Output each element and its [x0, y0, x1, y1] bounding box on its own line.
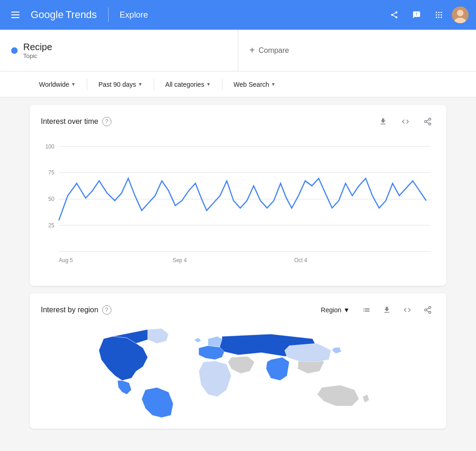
svg-line-7: [393, 13, 395, 14]
location-filter-arrow: ▼: [71, 82, 76, 87]
app-logo: Google Trends: [31, 9, 97, 21]
time-filter-arrow: ▼: [138, 82, 143, 87]
line-chart: 100 75 50 25 Aug 5 Sep 4 Oct 4: [41, 136, 435, 275]
share-region-icon[interactable]: [420, 303, 435, 317]
search-bar: Recipe Topic + Compare: [0, 30, 476, 71]
category-filter[interactable]: All categories ▼: [160, 77, 216, 92]
download-icon[interactable]: [376, 114, 391, 129]
svg-point-9: [438, 12, 440, 13]
download-region-icon[interactable]: [379, 303, 394, 317]
svg-line-24: [426, 120, 429, 121]
svg-point-39: [429, 311, 431, 314]
share-card-icon[interactable]: [420, 114, 435, 129]
time-filter-label: Past 90 days: [98, 81, 136, 88]
category-filter-arrow: ▼: [206, 82, 211, 87]
header-icons: [385, 6, 469, 24]
svg-point-8: [436, 12, 437, 13]
search-type-filter-label: Web Search: [234, 81, 269, 88]
filter-sep-3: [222, 79, 222, 90]
card-title-region: Interest by region: [41, 306, 98, 314]
svg-text:75: 75: [48, 169, 54, 176]
help-icon-region[interactable]: ?: [102, 305, 111, 315]
svg-point-5: [395, 16, 398, 19]
header-divider: [108, 7, 109, 22]
svg-text:Sep 4: Sep 4: [173, 257, 187, 264]
svg-point-10: [441, 12, 442, 13]
card-actions-interest-time: [376, 114, 435, 129]
interest-over-time-card: Interest over time ?: [30, 105, 446, 286]
svg-text:Aug 5: Aug 5: [59, 257, 73, 264]
chart-container: 100 75 50 25 Aug 5 Sep 4 Oct 4: [30, 133, 446, 286]
avatar[interactable]: [452, 6, 469, 23]
help-icon-interest-time[interactable]: ?: [102, 117, 111, 126]
term-name: Recipe: [23, 42, 52, 52]
category-filter-label: All categories: [165, 81, 204, 88]
svg-rect-1: [11, 14, 20, 15]
world-map: [76, 325, 401, 418]
apps-icon[interactable]: [430, 6, 448, 24]
svg-point-20: [429, 118, 431, 121]
location-filter-label: Worldwide: [39, 81, 69, 88]
time-filter[interactable]: Past 90 days ▼: [93, 77, 148, 92]
menu-icon[interactable]: [7, 6, 23, 24]
compare-section[interactable]: + Compare: [238, 30, 476, 71]
svg-text:25: 25: [48, 222, 54, 229]
compare-plus-icon: +: [249, 45, 255, 56]
region-selector-label: Region: [321, 306, 341, 314]
main-content: Interest over time ?: [0, 97, 476, 444]
search-type-filter[interactable]: Web Search ▼: [228, 77, 281, 92]
svg-text:Oct 4: Oct 4: [294, 257, 307, 264]
card-title-interest-time: Interest over time: [41, 117, 98, 126]
svg-point-16: [441, 17, 442, 18]
app-header: Google Trends Explore: [0, 0, 476, 30]
explore-label: Explore: [120, 10, 148, 20]
svg-point-38: [424, 309, 427, 311]
map-container: [30, 321, 446, 429]
share-icon[interactable]: [385, 6, 404, 24]
svg-point-15: [438, 17, 440, 18]
term-type: Topic: [23, 52, 52, 59]
logo-google-text: Google: [31, 9, 64, 21]
avatar-image: [452, 6, 469, 23]
svg-point-13: [441, 14, 442, 16]
svg-rect-2: [11, 17, 20, 18]
interest-by-region-card: Interest by region ? Region ▼: [30, 293, 446, 429]
region-selector[interactable]: Region ▼: [317, 304, 353, 316]
embed-region-icon[interactable]: [400, 303, 415, 317]
card-title-group: Interest over time ?: [41, 117, 111, 126]
embed-icon[interactable]: [398, 114, 413, 129]
search-term-section: Recipe Topic: [0, 30, 238, 71]
svg-point-12: [438, 14, 440, 16]
filter-sep-1: [87, 79, 87, 90]
svg-point-11: [436, 14, 437, 16]
region-selector-arrow: ▼: [343, 306, 350, 314]
compare-label: Compare: [259, 46, 289, 55]
card-header-region: Interest by region ? Region ▼: [30, 293, 446, 321]
location-filter[interactable]: Worldwide ▼: [33, 77, 81, 92]
card-header-interest-time: Interest over time ?: [30, 105, 446, 133]
svg-point-3: [395, 12, 398, 14]
term-info: Recipe Topic: [23, 42, 52, 59]
svg-line-23: [426, 122, 429, 123]
region-controls: Region ▼: [317, 303, 435, 317]
svg-point-37: [429, 307, 431, 309]
svg-text:100: 100: [46, 143, 55, 150]
svg-text:50: 50: [48, 196, 54, 203]
region-title-group: Interest by region ?: [41, 305, 111, 315]
svg-line-40: [426, 310, 429, 312]
svg-point-4: [391, 14, 393, 16]
list-view-icon[interactable]: [359, 303, 374, 317]
svg-point-21: [424, 121, 427, 123]
filters-bar: Worldwide ▼ Past 90 days ▼ All categorie…: [0, 71, 476, 97]
svg-point-14: [436, 17, 437, 18]
svg-point-22: [429, 123, 431, 125]
search-type-filter-arrow: ▼: [271, 82, 276, 87]
svg-point-18: [457, 10, 463, 16]
feedback-icon[interactable]: [407, 6, 426, 24]
logo-trends-text: Trends: [65, 9, 97, 21]
filter-sep-2: [154, 79, 154, 90]
svg-line-41: [426, 308, 429, 309]
term-dot: [11, 47, 18, 54]
svg-line-6: [393, 15, 395, 17]
svg-rect-0: [11, 12, 20, 13]
